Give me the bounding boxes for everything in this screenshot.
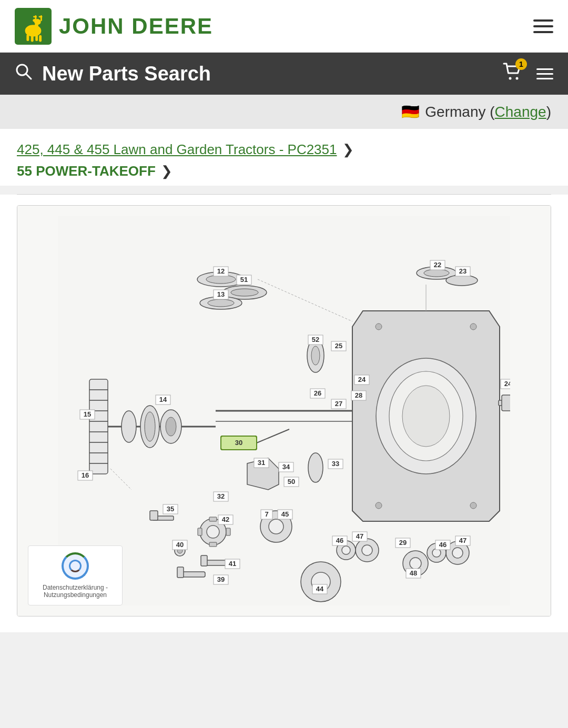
svg-text:29: 29 [399,539,407,547]
svg-text:15: 15 [84,410,91,418]
svg-rect-106 [209,517,217,521]
svg-text:24: 24 [358,376,366,383]
svg-text:46: 46 [439,541,447,549]
search-bar-left: New Parts Search [15,63,211,85]
breadcrumb-line2: 55 POWER-TAKEOFF ❯ [17,163,551,179]
svg-text:27: 27 [335,400,342,408]
svg-point-63 [376,502,382,509]
svg-point-151 [410,558,421,569]
svg-rect-18 [89,379,108,474]
svg-text:52: 52 [312,336,319,343]
svg-point-15 [509,77,512,80]
svg-text:25: 25 [335,342,342,350]
svg-rect-127 [177,567,184,578]
svg-rect-66 [502,395,510,411]
cart-button[interactable]: 1 [503,63,522,85]
svg-rect-9 [33,16,37,17]
svg-text:46: 46 [336,537,343,544]
deer-logo-icon [15,8,52,45]
search-bar-right: 1 [503,63,553,85]
svg-rect-108 [198,528,202,535]
svg-point-143 [452,548,463,558]
svg-point-53 [446,275,478,286]
svg-rect-6 [35,34,38,41]
svg-rect-101 [150,511,158,520]
breadcrumb-section-label: 55 POWER-TAKEOFF [17,163,156,179]
svg-text:47: 47 [356,532,363,540]
svg-text:13: 13 [217,290,225,298]
region-paren-open: ( [485,104,494,120]
diagram-section: 15 14 [0,195,568,632]
captcha-icon [62,552,89,580]
svg-text:40: 40 [176,541,184,549]
parts-diagram: 15 14 [17,206,551,616]
logo-text: John Deere [59,14,213,39]
parts-diagram-svg: 15 14 [58,216,510,605]
svg-text:12: 12 [217,267,225,275]
svg-text:51: 51 [240,276,248,284]
breadcrumb-arrow2: ❯ [161,163,173,179]
svg-text:30: 30 [235,439,242,447]
svg-text:44: 44 [316,585,324,593]
captcha-logo [62,552,89,580]
svg-point-32 [121,411,136,442]
breadcrumb-arrow1: ❯ [342,141,354,158]
svg-point-105 [207,525,219,538]
svg-text:48: 48 [410,569,417,577]
svg-text:7: 7 [265,510,268,518]
svg-text:16: 16 [82,471,89,479]
svg-point-62 [470,323,476,330]
svg-point-64 [470,502,476,509]
svg-text:28: 28 [355,391,362,399]
svg-rect-4 [26,34,29,41]
svg-text:35: 35 [167,505,174,513]
svg-point-93 [308,453,323,482]
search-bar-menu-button[interactable] [536,68,553,79]
svg-point-135 [362,545,372,555]
svg-text:41: 41 [229,560,236,568]
svg-text:23: 23 [459,267,466,275]
cart-badge: 1 [515,58,527,70]
svg-text:14: 14 [159,396,167,403]
svg-text:47: 47 [459,537,466,544]
svg-rect-123 [201,555,207,566]
logo-area: John Deere [15,8,213,45]
breadcrumb-tractors-link[interactable]: 425, 445 & 455 Lawn and Garden Tractors … [17,141,337,158]
svg-point-74 [311,346,320,365]
svg-point-42 [231,289,258,296]
svg-text:39: 39 [217,575,225,583]
svg-text:22: 22 [434,261,441,269]
svg-text:42: 42 [222,515,229,523]
captcha-links-text[interactable]: Datenschutzerklärung - Nutzungsbedingung… [37,584,114,599]
search-bar: New Parts Search 1 [0,53,568,95]
search-icon[interactable] [15,63,33,85]
svg-text:26: 26 [314,389,321,397]
svg-text:34: 34 [282,463,290,471]
svg-rect-109 [226,528,230,535]
region-bar: 🇩🇪 Germany ( Change ) [0,95,568,129]
svg-rect-7 [39,35,42,42]
svg-text:24: 24 [504,380,510,388]
svg-line-14 [26,74,31,79]
main-header: John Deere [0,0,568,53]
svg-text:32: 32 [217,492,225,500]
header-hamburger-button[interactable] [533,19,553,33]
svg-point-44 [208,299,234,307]
svg-point-12 [33,19,36,22]
search-bar-title: New Parts Search [42,63,211,85]
svg-point-16 [516,77,519,80]
change-region-link[interactable]: Change [495,104,546,120]
breadcrumb-section: 425, 445 & 455 Lawn and Garden Tractors … [0,129,568,186]
svg-point-34 [166,417,176,436]
country-name: Germany [425,104,485,120]
svg-point-31 [145,412,155,441]
captcha-inner [69,560,82,572]
svg-rect-107 [209,542,217,547]
svg-point-139 [342,546,350,554]
country-flag-icon: 🇩🇪 [401,103,420,120]
captcha-badge: Datenschutzerklärung - Nutzungsbedingung… [28,545,123,605]
svg-point-52 [424,269,449,277]
diagram-container: 15 14 [17,205,551,616]
breadcrumb-line1: 425, 445 & 455 Lawn and Garden Tractors … [17,141,551,158]
svg-text:33: 33 [332,460,339,468]
